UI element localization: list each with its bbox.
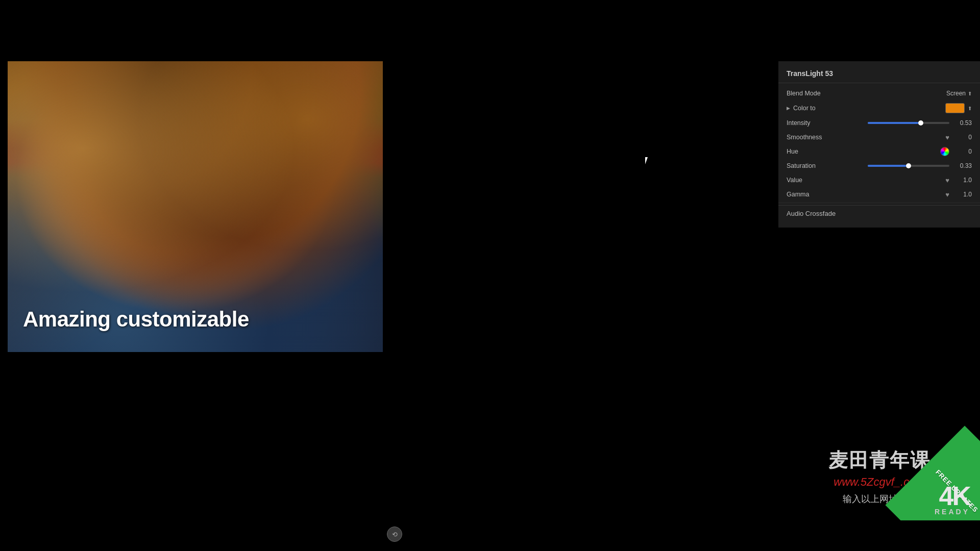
saturation-slider-thumb[interactable] bbox=[906, 163, 911, 168]
color-dropdown-icon[interactable]: ⬆ bbox=[968, 106, 972, 111]
color-swatch[interactable] bbox=[945, 103, 965, 113]
intensity-label: Intensity bbox=[787, 119, 843, 127]
blend-mode-select[interactable]: Screen ⬆ bbox=[946, 90, 972, 97]
intensity-control: 0.53 bbox=[843, 119, 972, 127]
smoothness-heart-icon[interactable]: ♥ bbox=[945, 134, 949, 141]
intensity-slider-fill bbox=[868, 122, 921, 124]
value-value: 1.0 bbox=[953, 177, 972, 184]
gamma-value: 1.0 bbox=[953, 191, 972, 198]
saturation-value: 0.33 bbox=[953, 162, 972, 169]
saturation-slider-fill bbox=[868, 165, 909, 167]
preview-area: Amazing customizable bbox=[8, 61, 383, 352]
color-to-row: ▶ Color to ⬆ bbox=[778, 101, 980, 116]
4k-number: 4K bbox=[935, 484, 970, 508]
value-row: Value ♥ 1.0 bbox=[778, 173, 980, 187]
blend-mode-label: Blend Mode bbox=[787, 90, 843, 97]
smoothness-row: Smoothness ♥ 0 bbox=[778, 130, 980, 144]
hue-label: Hue bbox=[787, 148, 843, 155]
hue-value: 0 bbox=[953, 148, 972, 155]
gamma-row: Gamma ♥ 1.0 bbox=[778, 187, 980, 202]
blend-mode-chevron-icon: ⬆ bbox=[968, 91, 972, 96]
preview-caption: Amazing customizable bbox=[23, 307, 249, 332]
4k-badge: 4K READY bbox=[935, 484, 970, 515]
mouse-cursor bbox=[645, 157, 653, 167]
smoothness-control: ♥ 0 bbox=[843, 134, 972, 141]
value-heart-icon[interactable]: ♥ bbox=[945, 177, 949, 184]
gamma-label: Gamma bbox=[787, 191, 843, 198]
hue-wheel-icon[interactable] bbox=[940, 147, 949, 156]
blend-mode-value: Screen bbox=[946, 90, 966, 97]
panel-title: TransLight 53 bbox=[778, 67, 980, 83]
saturation-label: Saturation bbox=[787, 162, 843, 169]
audio-crossfade-label: Audio Crossfade bbox=[778, 205, 980, 221]
bottom-circle-icon[interactable]: ⟲ bbox=[387, 527, 402, 542]
value-control: ♥ 1.0 bbox=[843, 177, 972, 184]
saturation-control: 0.33 bbox=[843, 162, 972, 169]
value-label: Value bbox=[787, 177, 843, 184]
4k-ready: READY bbox=[935, 508, 970, 515]
separator bbox=[778, 203, 980, 203]
blend-mode-row: Blend Mode Screen ⬆ bbox=[778, 86, 980, 101]
smoothness-value: 0 bbox=[953, 134, 972, 141]
saturation-slider[interactable] bbox=[868, 165, 949, 167]
gamma-heart-icon[interactable]: ♥ bbox=[945, 191, 949, 198]
saturation-row: Saturation 0.33 bbox=[778, 159, 980, 173]
gamma-control: ♥ 1.0 bbox=[843, 191, 972, 198]
smoothness-label: Smoothness bbox=[787, 134, 843, 141]
hue-control: 0 bbox=[843, 147, 972, 156]
effects-panel: TransLight 53 Blend Mode Screen ⬆ ▶ Colo… bbox=[778, 61, 980, 228]
intensity-slider-thumb[interactable] bbox=[918, 120, 923, 126]
hue-row: Hue 0 bbox=[778, 144, 980, 159]
expand-arrow-icon[interactable]: ▶ bbox=[787, 106, 790, 111]
color-to-control[interactable]: ⬆ bbox=[945, 103, 972, 113]
intensity-value: 0.53 bbox=[953, 119, 972, 127]
color-to-label: ▶ Color to bbox=[787, 105, 843, 112]
intensity-slider[interactable] bbox=[868, 122, 949, 124]
intensity-row: Intensity 0.53 bbox=[778, 116, 980, 130]
